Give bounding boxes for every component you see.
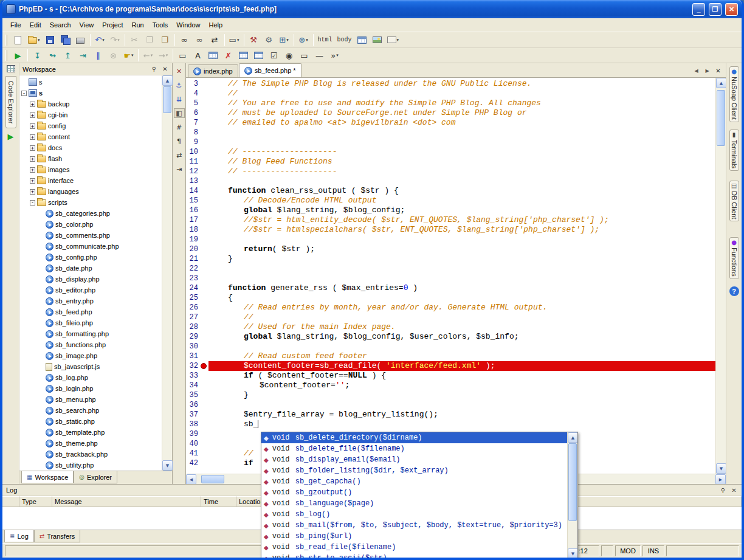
code-line-36[interactable]: 36 bbox=[186, 400, 715, 410]
close-panel-icon[interactable]: ✕ bbox=[161, 66, 169, 72]
preview-button[interactable]: ⊕▾ bbox=[297, 33, 311, 47]
scroll-right-button[interactable]: ▶ bbox=[715, 474, 726, 485]
autocomplete-item[interactable]: ◆voidsb_ping($url) bbox=[261, 531, 567, 542]
code-line-15[interactable]: 15// Decode/Encode HTML output bbox=[186, 196, 715, 206]
insert-textfield-button[interactable]: ▭ bbox=[297, 49, 311, 62]
tree-item-sb-editor-php[interactable]: sb_editor.php bbox=[19, 285, 162, 296]
breakpoint-gutter[interactable] bbox=[199, 351, 208, 361]
tree-item-sb-trackback-php[interactable]: sb_trackback.php bbox=[19, 449, 162, 460]
scrollbar-thumb[interactable] bbox=[163, 86, 171, 113]
breakpoint-gutter[interactable] bbox=[199, 420, 208, 429]
breakpoint-gutter[interactable] bbox=[199, 225, 208, 235]
tree-item-sb-entry-php[interactable]: sb_entry.php bbox=[19, 296, 162, 306]
code-line-37[interactable]: 37$entry_file_array = blog_entry_listing… bbox=[186, 410, 715, 420]
breakpoint-gutter[interactable] bbox=[199, 361, 208, 371]
gutter-margin-button[interactable]: ◧ bbox=[174, 108, 185, 118]
select-mode-button[interactable]: ▭ bbox=[176, 49, 190, 62]
menu-item-help[interactable]: Help bbox=[204, 19, 227, 30]
tree-item-images[interactable]: +images bbox=[19, 164, 162, 175]
run-button[interactable]: ▶ bbox=[11, 49, 25, 62]
tree-expander-icon[interactable]: + bbox=[30, 167, 35, 173]
breakpoint-gutter[interactable] bbox=[199, 264, 208, 274]
breakpoint-gutter[interactable] bbox=[199, 293, 208, 303]
menu-item-run[interactable]: Run bbox=[127, 19, 148, 30]
replace-button[interactable]: ⇄ bbox=[208, 33, 222, 47]
breakpoint-gutter[interactable] bbox=[199, 449, 208, 458]
split-cells-button[interactable] bbox=[252, 49, 266, 62]
code-line-11[interactable]: 11// Blog Feed Functions bbox=[186, 157, 715, 167]
tree-item-docs[interactable]: +docs bbox=[19, 142, 162, 153]
code-explorer-view-button[interactable]: ⊞▾ bbox=[277, 33, 291, 47]
code-line-32[interactable]: 32$content_footer=sb_read_file( 'interfa… bbox=[186, 361, 715, 371]
step-out-button[interactable]: ↥ bbox=[61, 49, 75, 62]
tree-item-sb-color-php[interactable]: sb_color.php bbox=[19, 219, 162, 230]
breakpoint-gutter[interactable] bbox=[199, 186, 208, 196]
autocomplete-item[interactable]: ◆voidsb_get_capcha() bbox=[261, 476, 567, 487]
copy-button[interactable]: ❐ bbox=[143, 33, 157, 47]
pin-icon[interactable]: ⚲ bbox=[150, 66, 158, 72]
breakpoint-gutter[interactable] bbox=[199, 157, 208, 167]
scrollbar-track[interactable] bbox=[568, 443, 577, 548]
tree-item-flash[interactable]: +flash bbox=[19, 153, 162, 164]
gutter-anchor-button[interactable]: ⚓ bbox=[174, 80, 185, 90]
tree-item-sb-formatting-php[interactable]: sb_formatting.php bbox=[19, 328, 162, 339]
tree-item-sb-functions-php[interactable]: sb_functions.php bbox=[19, 339, 162, 350]
find-button[interactable]: ∞ bbox=[177, 33, 191, 47]
log-column-time[interactable]: Time bbox=[201, 496, 236, 506]
code-line-3[interactable]: 3// The Simple PHP Blog is released unde… bbox=[186, 79, 715, 89]
break-hand-button[interactable]: ☛▾ bbox=[122, 49, 136, 62]
scroll-down-button[interactable]: ▼ bbox=[716, 463, 726, 474]
breakpoint-gutter[interactable] bbox=[199, 458, 208, 468]
scrollbar-thumb[interactable] bbox=[568, 443, 577, 521]
code-line-33[interactable]: 33if ( $content_footer==NULL ) { bbox=[186, 371, 715, 381]
menu-item-window[interactable]: Window bbox=[172, 19, 204, 30]
breakpoint-gutter[interactable] bbox=[199, 128, 208, 137]
code-line-21[interactable]: 21} bbox=[186, 254, 715, 264]
step-into-button[interactable]: ↧ bbox=[30, 49, 44, 62]
insert-radio-button[interactable]: ◉ bbox=[282, 49, 296, 62]
code-line-34[interactable]: 34$content_footer=''; bbox=[186, 381, 715, 390]
breakpoint-gutter[interactable] bbox=[199, 390, 208, 400]
breakpoint-gutter[interactable] bbox=[199, 429, 208, 439]
tools-button[interactable]: ⚒ bbox=[247, 33, 261, 47]
insert-rows-button[interactable] bbox=[206, 49, 220, 62]
tree-expander-icon[interactable]: + bbox=[30, 112, 35, 118]
insert-checkbox-button[interactable]: ☑ bbox=[267, 49, 281, 62]
dock-grid-icon[interactable] bbox=[7, 65, 15, 72]
code-line-38[interactable]: 38sb_ bbox=[186, 420, 715, 429]
code-line-7[interactable]: 7// emailed to apalmo <at> bigevilbrain … bbox=[186, 118, 715, 128]
log-column-type[interactable]: Type bbox=[19, 496, 52, 506]
save-button[interactable] bbox=[43, 33, 57, 47]
step-over-button[interactable]: ↬ bbox=[46, 49, 60, 62]
code-line-8[interactable]: 8 bbox=[186, 128, 715, 137]
pin-icon[interactable]: ⚲ bbox=[719, 487, 727, 494]
breakpoint-gutter[interactable] bbox=[199, 147, 208, 157]
font-style-button[interactable]: A bbox=[191, 49, 205, 62]
scroll-down-button[interactable]: ▼ bbox=[568, 548, 578, 559]
scroll-left-button[interactable]: ◀ bbox=[186, 474, 196, 485]
workspace-tab-workspace[interactable]: ▦Workspace bbox=[21, 471, 74, 483]
tree-expander-icon[interactable]: + bbox=[30, 145, 35, 151]
code-line-6[interactable]: 6// must be uploaded to SourceForge.net … bbox=[186, 108, 715, 118]
gutter-arrows-button[interactable]: ⇊ bbox=[174, 94, 185, 104]
scrollbar-thumb[interactable] bbox=[201, 475, 224, 483]
code-line-22[interactable]: 22 bbox=[186, 264, 715, 274]
breakpoint-gutter[interactable] bbox=[199, 118, 208, 128]
tree-item-sb-search-php[interactable]: sb_search.php bbox=[19, 405, 162, 416]
print-button[interactable] bbox=[74, 33, 88, 47]
tree-item-languages[interactable]: +languages bbox=[19, 186, 162, 197]
breakpoint-gutter[interactable] bbox=[199, 167, 208, 176]
tree-item-sb-theme-php[interactable]: sb_theme.php bbox=[19, 438, 162, 449]
quick-run-icon[interactable]: ▶ bbox=[8, 132, 14, 141]
tree-scrollbar[interactable]: ▲ ▼ bbox=[162, 75, 172, 471]
redo-button[interactable]: ↷▾ bbox=[108, 33, 122, 47]
tree-item-s[interactable]: -s bbox=[19, 88, 162, 99]
autocomplete-item[interactable]: ◆voidsb_delete_file($filename) bbox=[261, 443, 567, 454]
breakpoint-gutter[interactable] bbox=[199, 108, 208, 118]
breakpoint-gutter[interactable] bbox=[199, 137, 208, 147]
code-line-13[interactable]: 13 bbox=[186, 176, 715, 186]
breakpoint-gutter[interactable] bbox=[199, 196, 208, 206]
code-line-10[interactable]: 10// -------------------- bbox=[186, 147, 715, 157]
code-explorer-tab[interactable]: Code Explorer bbox=[5, 76, 16, 128]
tree-item-sb-feed-php[interactable]: sb_feed.php bbox=[19, 306, 162, 317]
